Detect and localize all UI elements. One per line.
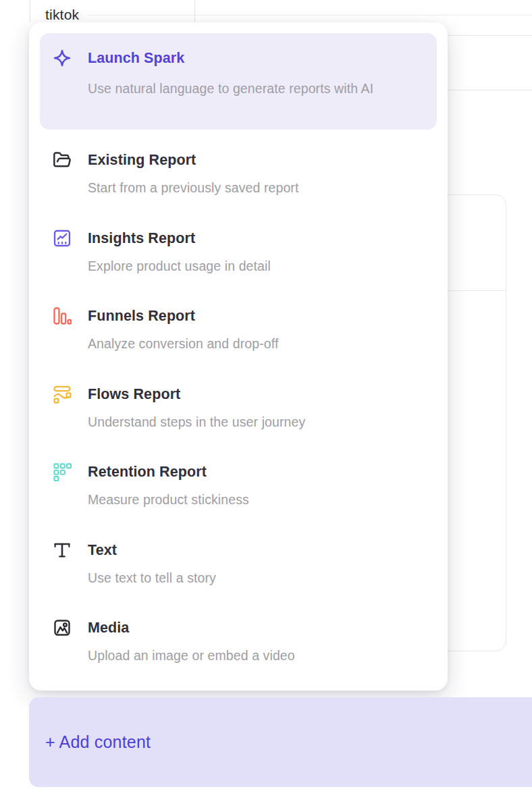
menu-item-title: Launch Spark [88,48,413,68]
spark-icon [53,49,72,68]
add-content-button[interactable]: + Add content [29,697,532,787]
menu-item-description: Understand steps in the user journey [88,412,413,431]
menu-item-description: Use natural language to generate reports… [88,75,413,103]
menu-item-title: Funnels Report [88,306,413,326]
menu-item-title: Text [88,540,413,560]
menu-item-funnels-report[interactable]: Funnels Report Analyze conversion and dr… [53,306,431,353]
text-serif-icon [53,541,72,560]
table-cell-value: tiktok [45,7,79,23]
menu-item-text[interactable]: Text Use text to tell a story [53,540,431,587]
table-row-border [448,35,532,36]
menu-item-title: Flows Report [88,384,413,404]
table-column-border [194,0,195,22]
menu-item-title: Retention Report [88,462,413,482]
table-row-border [88,15,532,16]
menu-item-description: Analyze conversion and drop-off [88,334,413,353]
menu-item-title: Existing Report [88,150,413,170]
table-row-border [448,90,532,90]
menu-item-flows-report[interactable]: Flows Report Understand steps in the use… [53,384,431,431]
menu-item-title: Insights Report [88,228,413,248]
menu-item-insights-report[interactable]: Insights Report Explore product usage in… [53,228,431,275]
menu-item-description: Use text to tell a story [88,568,413,587]
retention-grid-icon [53,462,72,481]
add-content-menu: Launch Spark Use natural language to gen… [29,22,448,691]
menu-item-media[interactable]: Media Upload an image or embed a video [53,618,431,665]
media-image-icon [53,618,72,637]
add-content-label: + Add content [29,732,151,752]
table-column-border [30,0,30,22]
menu-item-retention-report[interactable]: Retention Report Measure product stickin… [53,462,431,509]
folder-open-icon [53,151,72,169]
insights-chart-icon [53,229,72,248]
menu-item-launch-spark[interactable]: Launch Spark Use natural language to gen… [40,33,437,130]
menu-item-existing-report[interactable]: Existing Report Start from a previously … [53,150,431,197]
menu-item-description: Start from a previously saved report [88,178,413,197]
menu-item-description: Upload an image or embed a video [88,646,413,665]
menu-item-description: Measure product stickiness [88,490,413,509]
flows-icon [53,385,72,404]
menu-item-description: Explore product usage in detail [88,256,413,275]
menu-item-title: Media [88,618,413,638]
funnels-bars-icon [53,306,72,325]
